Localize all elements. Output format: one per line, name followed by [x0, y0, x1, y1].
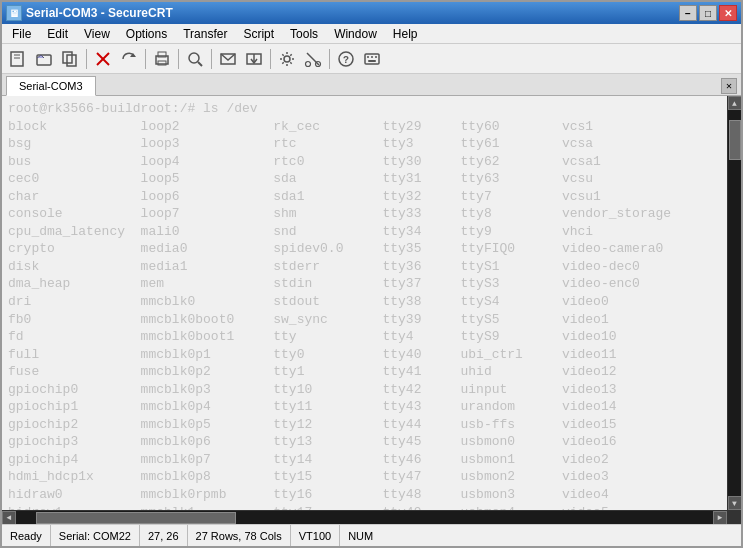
- disconnect-button[interactable]: [91, 47, 115, 71]
- cut-button[interactable]: [301, 47, 325, 71]
- svg-rect-23: [365, 54, 379, 64]
- tab-label: Serial-COM3: [19, 80, 83, 92]
- menu-script[interactable]: Script: [235, 25, 282, 43]
- scroll-left-arrow[interactable]: ◄: [2, 511, 16, 525]
- toolbar-sep-5: [270, 49, 271, 69]
- svg-text:?: ?: [343, 55, 349, 66]
- h-scroll-track[interactable]: [16, 511, 713, 525]
- serial-label: Serial: COM22: [59, 530, 131, 542]
- svg-line-13: [198, 62, 202, 66]
- menu-help[interactable]: Help: [385, 25, 426, 43]
- window-controls: − □ ✕: [679, 5, 737, 21]
- main-window: 🖥 Serial-COM3 - SecureCRT − □ ✕ File Edi…: [0, 0, 743, 548]
- keymap-button[interactable]: [360, 47, 384, 71]
- num-label: NUM: [348, 530, 373, 542]
- scroll-track[interactable]: [728, 110, 742, 496]
- svg-line-18: [307, 53, 319, 65]
- menu-options[interactable]: Options: [118, 25, 175, 43]
- print-button[interactable]: [150, 47, 174, 71]
- title-bar-title: 🖥 Serial-COM3 - SecureCRT: [6, 5, 173, 21]
- menu-bar: File Edit View Options Transfer Script T…: [2, 24, 741, 44]
- toolbar-sep-1: [86, 49, 87, 69]
- find-button[interactable]: [183, 47, 207, 71]
- status-encoding: VT100: [291, 525, 340, 546]
- svg-point-17: [284, 56, 290, 62]
- help-button[interactable]: ?: [334, 47, 358, 71]
- maximize-button[interactable]: □: [699, 5, 717, 21]
- svg-point-12: [189, 53, 199, 63]
- scroll-thumb[interactable]: [729, 120, 741, 160]
- toolbar-sep-6: [329, 49, 330, 69]
- receive-button[interactable]: [242, 47, 266, 71]
- window-title: Serial-COM3 - SecureCRT: [26, 6, 173, 20]
- clone-button[interactable]: [58, 47, 82, 71]
- terminal-output[interactable]: root@rk3566-buildroot:/# ls /dev block l…: [2, 96, 727, 510]
- new-session-button[interactable]: [6, 47, 30, 71]
- terminal-area: root@rk3566-buildroot:/# ls /dev block l…: [2, 96, 741, 510]
- scroll-right-arrow[interactable]: ►: [713, 511, 727, 525]
- ready-label: Ready: [10, 530, 42, 542]
- tab-close-button[interactable]: ✕: [721, 78, 737, 94]
- app-icon: 🖥: [6, 5, 22, 21]
- settings-button[interactable]: [275, 47, 299, 71]
- toolbar-sep-3: [178, 49, 179, 69]
- encoding-label: VT100: [299, 530, 331, 542]
- menu-file[interactable]: File: [4, 25, 39, 43]
- menu-view[interactable]: View: [76, 25, 118, 43]
- dimensions-label: 27 Rows, 78 Cols: [196, 530, 282, 542]
- status-dimensions: 27 Rows, 78 Cols: [188, 525, 291, 546]
- menu-edit[interactable]: Edit: [39, 25, 76, 43]
- scroll-up-arrow[interactable]: ▲: [728, 96, 742, 110]
- scroll-down-arrow[interactable]: ▼: [728, 496, 742, 510]
- svg-point-19: [306, 61, 311, 66]
- minimize-button[interactable]: −: [679, 5, 697, 21]
- status-ready: Ready: [2, 525, 51, 546]
- menu-transfer[interactable]: Transfer: [175, 25, 235, 43]
- toolbar-sep-2: [145, 49, 146, 69]
- vertical-scrollbar[interactable]: ▲ ▼: [727, 96, 741, 510]
- status-position: 27, 26: [140, 525, 188, 546]
- send-button[interactable]: [216, 47, 240, 71]
- status-serial: Serial: COM22: [51, 525, 140, 546]
- status-bar: Ready Serial: COM22 27, 26 27 Rows, 78 C…: [2, 524, 741, 546]
- tab-bar: Serial-COM3 ✕: [2, 74, 741, 96]
- title-bar: 🖥 Serial-COM3 - SecureCRT − □ ✕: [2, 2, 741, 24]
- tab-serial-com3[interactable]: Serial-COM3: [6, 76, 96, 96]
- position-label: 27, 26: [148, 530, 179, 542]
- menu-window[interactable]: Window: [326, 25, 385, 43]
- menu-tools[interactable]: Tools: [282, 25, 326, 43]
- open-button[interactable]: [32, 47, 56, 71]
- toolbar: ?: [2, 44, 741, 74]
- status-num: NUM: [340, 525, 741, 546]
- h-scroll-thumb[interactable]: [36, 512, 236, 524]
- scrollbar-corner: [727, 511, 741, 525]
- close-button[interactable]: ✕: [719, 5, 737, 21]
- svg-rect-0: [11, 52, 23, 66]
- toolbar-sep-4: [211, 49, 212, 69]
- reconnect-button[interactable]: [117, 47, 141, 71]
- terminal-wrapper: root@rk3566-buildroot:/# ls /dev block l…: [2, 96, 741, 524]
- horizontal-scrollbar[interactable]: ◄ ►: [2, 510, 741, 524]
